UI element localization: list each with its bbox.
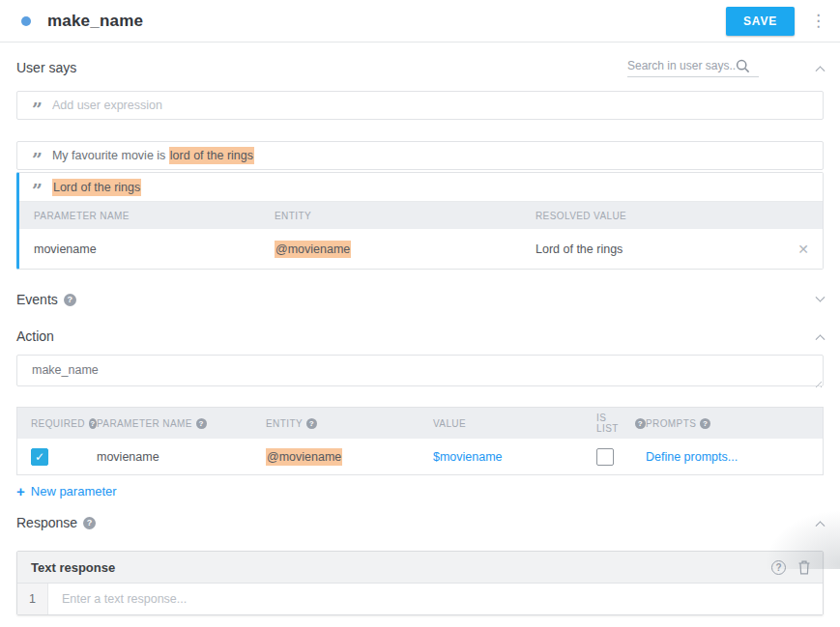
page-title: make_name	[47, 12, 143, 31]
col-entity: ENTITY ?	[266, 418, 433, 429]
expression-entity-highlight[interactable]: Lord of the rings	[52, 179, 141, 196]
user-says-search	[627, 59, 759, 77]
kebab-menu-icon[interactable]: ⋮	[810, 13, 826, 29]
intent-status-dot	[21, 16, 31, 26]
text-response-actions: ?	[771, 559, 811, 575]
quote-icon: ”	[32, 104, 43, 114]
response-row-number: 1	[17, 584, 48, 614]
delete-response-icon[interactable]	[797, 559, 811, 575]
value-cell: $moviename	[433, 450, 596, 464]
value-link[interactable]: $moviename	[433, 450, 503, 464]
prompts-cell: Define prompts...	[646, 450, 823, 464]
user-says-section-header: User says	[16, 56, 824, 79]
response-help-icon[interactable]: ?	[83, 517, 96, 529]
expression-text: My favourite movie is lord of the rings	[52, 149, 254, 162]
response-title: Response	[16, 515, 77, 530]
selected-expression-group: ” Lord of the rings PARAMETER NAME ENTIT…	[16, 172, 824, 270]
entity-cell: @moviename	[266, 450, 433, 464]
parameter-row: ✓ moviename @moviename $moviename Define…	[17, 439, 823, 474]
annotation-entity[interactable]: @moviename	[275, 241, 351, 258]
entity-help-icon[interactable]: ?	[306, 418, 317, 429]
action-collapse-icon[interactable]	[816, 334, 826, 344]
parameters-table-header: REQUIRED ? PARAMETER NAME ? ENTITY ? VAL…	[17, 408, 823, 439]
events-help-icon[interactable]: ?	[64, 294, 76, 306]
save-button[interactable]: SAVE	[726, 7, 795, 36]
expression-entity-highlight[interactable]: lord of the rings	[169, 147, 254, 164]
quote-icon: ”	[32, 185, 43, 195]
user-says-title: User says	[16, 60, 76, 75]
parameter-name-cell[interactable]: moviename	[97, 450, 266, 464]
required-cell: ✓	[17, 448, 97, 466]
text-response-title: Text response	[31, 560, 771, 575]
text-response-card-header: Text response ?	[17, 552, 823, 584]
col-is-list-label: IS LIST	[596, 413, 631, 434]
search-input[interactable]	[627, 59, 736, 72]
required-checkbox[interactable]: ✓	[31, 448, 48, 466]
add-expression-input[interactable]	[52, 99, 813, 112]
text-response-help-icon[interactable]: ?	[771, 560, 786, 575]
parameters-table: REQUIRED ? PARAMETER NAME ? ENTITY ? VAL…	[16, 407, 824, 475]
is-list-checkbox[interactable]	[596, 448, 614, 466]
user-expression-row[interactable]: ” My favourite movie is lord of the ring…	[16, 141, 824, 170]
user-says-collapse-icon[interactable]	[816, 66, 826, 75]
intent-form: User says ” ” My favourite movie is lord…	[0, 56, 840, 627]
col-prompts-label: PROMPTS	[646, 418, 696, 429]
annotation-parameter-name[interactable]: moviename	[19, 242, 275, 256]
col-required: REQUIRED ?	[17, 418, 97, 429]
col-prompts: PROMPTS ?	[646, 418, 823, 429]
annotation-table-header: PARAMETER NAME ENTITY RESOLVED VALUE	[19, 202, 823, 229]
text-response-card: Text response ? 1	[16, 551, 824, 615]
response-section-header: Response ?	[16, 514, 824, 531]
quote-icon: ”	[32, 155, 43, 164]
annotation-entity-cell: @moviename	[275, 242, 536, 256]
user-expression-row-selected[interactable]: ” Lord of the rings	[19, 173, 823, 202]
delete-annotation-icon[interactable]: ✕	[784, 242, 823, 257]
is-list-help-icon[interactable]: ?	[635, 418, 646, 429]
text-response-input[interactable]	[48, 584, 823, 614]
new-parameter-label: New parameter	[31, 484, 117, 499]
expression-prefix: My favourite movie is	[52, 149, 169, 162]
col-is-list: IS LIST ?	[596, 413, 646, 434]
action-section-header: Action	[16, 328, 824, 344]
intent-header: make_name SAVE ⋮	[0, 0, 840, 43]
action-title: Action	[16, 328, 54, 344]
col-value-label: VALUE	[433, 418, 466, 429]
col-parameter-name: PARAMETER NAME ?	[97, 418, 266, 429]
entity-value[interactable]: @moviename	[266, 448, 342, 466]
annotation-resolved-value: Lord of the rings	[536, 242, 784, 256]
events-title: Events	[16, 292, 58, 307]
text-response-row: 1	[17, 584, 823, 614]
required-help-icon[interactable]: ?	[89, 418, 97, 429]
events-expand-icon[interactable]	[816, 292, 826, 301]
col-parameter-name: PARAMETER NAME	[19, 211, 275, 221]
col-value: VALUE	[433, 418, 596, 429]
action-name-box: make_name	[16, 355, 824, 390]
col-required-label: REQUIRED	[31, 418, 85, 429]
parameter-name-help-icon[interactable]: ?	[196, 418, 207, 429]
prompts-help-icon[interactable]: ?	[700, 418, 710, 429]
plus-icon: +	[16, 484, 25, 499]
new-parameter-button[interactable]: + New parameter	[16, 483, 824, 499]
col-resolved-value: RESOLVED VALUE	[536, 211, 823, 221]
is-list-cell	[596, 448, 646, 466]
define-prompts-link[interactable]: Define prompts...	[646, 450, 738, 464]
search-icon	[736, 59, 750, 73]
add-expression-box: ”	[16, 91, 824, 120]
col-entity-label: ENTITY	[266, 418, 303, 429]
col-entity: ENTITY	[275, 211, 536, 221]
col-parameter-name-label: PARAMETER NAME	[97, 418, 192, 429]
action-name-input[interactable]: make_name	[16, 355, 824, 386]
response-collapse-icon[interactable]	[816, 521, 826, 530]
events-section-header: Events ?	[16, 292, 824, 307]
annotation-table-row: moviename @moviename Lord of the rings ✕	[19, 229, 823, 269]
